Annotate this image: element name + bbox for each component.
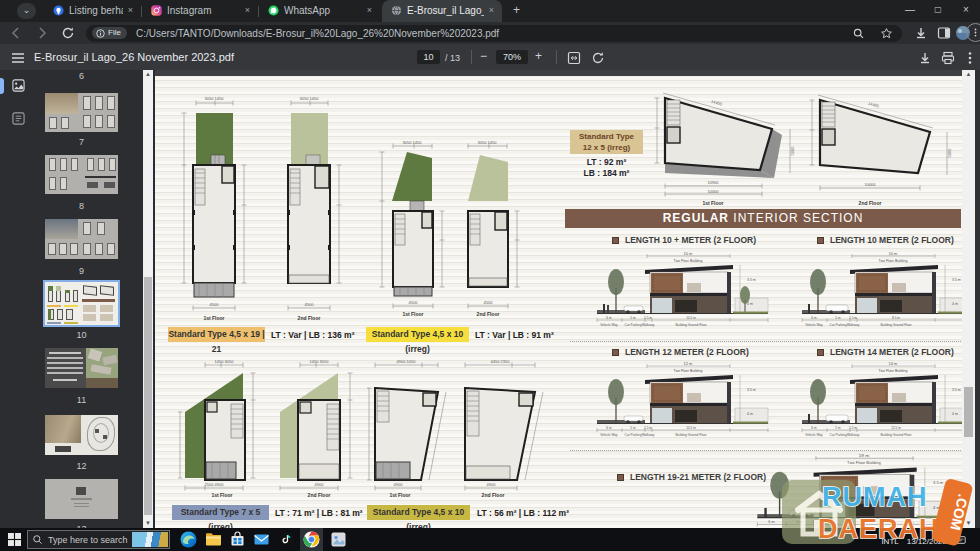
tab-close-icon[interactable]: × — [486, 5, 497, 16]
zoom-magnifier-icon[interactable] — [852, 27, 865, 40]
page-thumbnail-8[interactable] — [45, 155, 118, 194]
interior-section-10: 10 m Two Floor Building 3.5 m 4 m — [800, 250, 962, 335]
type-info-7x5: LT : 71 m² | LB : 81 m² — [275, 508, 363, 518]
store-icon[interactable] — [229, 531, 246, 548]
side-panel-icon[interactable] — [936, 25, 952, 41]
tab-instagram[interactable]: Instagram × — [142, 0, 258, 22]
rotate-icon[interactable] — [590, 50, 606, 66]
zoom-level[interactable]: 70% — [496, 50, 528, 64]
svg-text:19 m: 19 m — [859, 453, 870, 458]
tab-close-icon[interactable]: × — [364, 5, 375, 16]
pdf-download-icon[interactable] — [917, 50, 933, 66]
sidebar-scrollbar[interactable]: ▲ ▼ — [143, 70, 153, 528]
svg-text:4 m: 4 m — [952, 302, 958, 306]
download-icon[interactable] — [913, 25, 929, 41]
floorplan-4-5x10b-1st: 4900 1050 4900 1st Floor — [367, 360, 462, 500]
pdf-favicon — [391, 5, 402, 16]
svg-text:10900: 10900 — [707, 180, 719, 185]
type-label-4-5x10: Standard Type 4,5 x 10 (irreg) — [366, 327, 469, 342]
page-thumbnail-13[interactable] — [45, 479, 118, 519]
reload-icon[interactable] — [60, 25, 76, 41]
svg-text:4 m: 4 m — [747, 412, 753, 416]
page-thumbnail-12[interactable] — [45, 415, 118, 455]
mail-icon[interactable] — [253, 531, 270, 548]
search-highlight-image[interactable] — [132, 532, 168, 547]
interior-section-10plus: 10 m Two Floor Building 3.5 m — [595, 250, 770, 335]
floorplan-4-5x19-2nd: 3050 1450 4500 2nd Floor — [270, 95, 360, 325]
svg-text:Building Ground Floor: Building Ground Floor — [880, 433, 912, 437]
page-thumbnail-11[interactable] — [45, 348, 118, 388]
file-explorer-icon[interactable] — [205, 531, 222, 548]
length-bullet — [617, 474, 624, 481]
svg-text:1450 3050: 1450 3050 — [310, 360, 330, 364]
tab-title: E-Brosur_il Lago_26 Novembe — [407, 5, 484, 16]
whatsapp-favicon — [268, 5, 279, 16]
tab-title: WhatsApp — [284, 5, 362, 16]
fit-page-icon[interactable] — [566, 50, 582, 66]
length-bullet — [817, 237, 824, 244]
zoom-in-button[interactable]: + — [535, 49, 542, 63]
page-thumbnail-10-selected[interactable] — [45, 282, 118, 325]
pdf-more-icon[interactable] — [962, 50, 978, 66]
svg-text:6 m: 6 m — [811, 426, 817, 430]
menu-dots-circle[interactable] — [966, 23, 980, 42]
svg-text:6 m: 6 m — [606, 426, 612, 430]
svg-text:14 m: 14 m — [889, 361, 899, 366]
window-close-button[interactable]: × — [952, 0, 980, 22]
floorplan-4-5x10b-2nd: 4450 2350 4900 2nd Floor — [457, 360, 552, 500]
svg-text:4500: 4500 — [210, 302, 220, 307]
length-bullet — [817, 349, 824, 356]
tab-list-chevron-icon[interactable]: ⌄ — [17, 3, 36, 19]
print-icon[interactable] — [940, 50, 956, 66]
svg-text:Vehicle Way: Vehicle Way — [600, 323, 618, 327]
svg-text:1450 3050: 1450 3050 — [215, 360, 235, 364]
tab-close-icon[interactable]: × — [242, 5, 253, 16]
back-icon[interactable] — [8, 25, 24, 41]
new-tab-button[interactable]: + — [507, 3, 526, 19]
page-thumbnail-7[interactable] — [45, 93, 118, 132]
svg-text:Car Parking: Car Parking — [830, 323, 847, 327]
zoom-out-button[interactable]: − — [480, 49, 487, 63]
tab-close-icon[interactable]: × — [125, 5, 136, 16]
page-number-input[interactable]: 10 — [417, 50, 440, 64]
photos-app-icon[interactable] — [330, 531, 347, 548]
type12-lb: LB : 184 m² — [570, 168, 643, 178]
svg-text:3050 1450: 3050 1450 — [403, 140, 423, 145]
start-button[interactable] — [8, 533, 21, 546]
svg-text:2nd Floor: 2nd Floor — [859, 200, 882, 206]
thumbnails-view-icon[interactable] — [12, 79, 25, 92]
outline-view-icon[interactable] — [12, 112, 25, 125]
svg-text:5 m: 5 m — [835, 316, 841, 320]
svg-text:5000: 5000 — [790, 146, 795, 156]
edge-icon[interactable] — [180, 531, 197, 548]
window-maximize-button[interactable]: ▢ — [924, 0, 952, 22]
tab-listing[interactable]: Listing berhasil tayang hos157 × — [44, 0, 141, 22]
main-scrollbar[interactable]: ▲ ▼ — [962, 70, 975, 528]
svg-text:Vehicle Way: Vehicle Way — [805, 433, 823, 437]
browser-toolbar: File C:/Users/TANTO/Downloads/E-Brosur_i… — [0, 22, 980, 44]
regular-interior-section-header: REGULAR INTERIOR SECTION — [565, 209, 961, 228]
svg-text:10.5 m: 10.5 m — [686, 316, 696, 320]
svg-text:1.5 m: 1.5 m — [849, 316, 857, 320]
sidebar-tab-indicator — [0, 78, 4, 94]
taskbar-search-input[interactable]: Type here to search — [27, 530, 170, 549]
pdf-menu-icon[interactable] — [10, 50, 26, 66]
bookmark-star-icon[interactable] — [880, 27, 893, 40]
thumb-label-12: 12 — [45, 461, 118, 471]
search-icon — [32, 534, 43, 545]
svg-text:3.5 m: 3.5 m — [952, 388, 961, 392]
tiktok-icon[interactable] — [278, 531, 295, 548]
tab-pdf-active[interactable]: E-Brosur_il Lago_26 Novembe × — [382, 0, 502, 22]
svg-text:Two Floor Building: Two Floor Building — [674, 369, 703, 373]
window-minimize-button[interactable]: — — [896, 0, 924, 22]
svg-text:5 m: 5 m — [835, 426, 841, 430]
tab-whatsapp[interactable]: WhatsApp × — [259, 0, 380, 22]
page-thumbnail-9[interactable] — [45, 219, 118, 259]
svg-text:DAERAH: DAERAH — [818, 514, 940, 544]
svg-text:10 m: 10 m — [889, 251, 899, 256]
svg-text:Car Parking: Car Parking — [625, 323, 642, 327]
address-bar[interactable]: File C:/Users/TANTO/Downloads/E-Brosur_i… — [86, 25, 902, 42]
chrome-icon[interactable] — [303, 531, 320, 548]
length-heading-19-21: LENGTH 19-21 METER (2 FLOOR) — [630, 472, 766, 482]
forward-icon[interactable] — [34, 25, 50, 41]
